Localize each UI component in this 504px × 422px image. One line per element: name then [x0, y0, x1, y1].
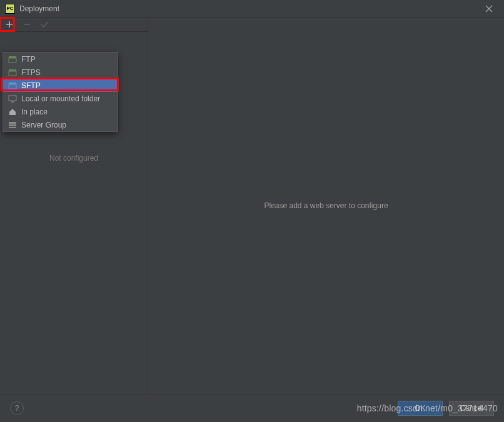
dropdown-item-label: FTPS — [21, 68, 41, 77]
dropdown-item-label: In place — [21, 108, 48, 116]
titlebar: PC Deployment — [0, 0, 504, 18]
remove-button[interactable] — [21, 19, 33, 30]
minus-icon — [23, 20, 31, 29]
content-area: FTP FTPS SFTP Local or mounted folder In… — [0, 18, 504, 394]
footer: ? OK Cancel — [0, 394, 504, 422]
dropdown-item-label: Local or mounted folder — [21, 94, 100, 103]
not-configured-label: Not configured — [0, 154, 148, 163]
cancel-button[interactable]: Cancel — [449, 401, 494, 416]
svg-rect-6 — [9, 96, 16, 101]
server-type-dropdown: FTP FTPS SFTP Local or mounted folder In… — [3, 52, 118, 132]
main-panel: Please add a web server to configure — [148, 18, 504, 394]
dropdown-item-inplace[interactable]: In place — [3, 105, 118, 118]
svg-rect-3 — [9, 69, 16, 71]
dropdown-item-ftps[interactable]: FTPS — [3, 66, 118, 79]
plus-icon — [5, 20, 14, 29]
svg-rect-5 — [9, 83, 16, 84]
dropdown-item-sftp[interactable]: SFTP — [3, 79, 118, 92]
add-button[interactable] — [4, 19, 15, 30]
svg-rect-0 — [9, 58, 16, 63]
check-icon — [40, 20, 49, 29]
close-icon — [485, 5, 493, 13]
ftps-icon — [8, 68, 17, 76]
footer-buttons: OK Cancel — [398, 401, 494, 416]
dropdown-item-label: Server Group — [21, 121, 66, 129]
svg-rect-9 — [9, 127, 16, 128]
dropdown-item-local[interactable]: Local or mounted folder — [3, 92, 118, 105]
svg-rect-4 — [9, 84, 16, 89]
dropdown-item-servergroup[interactable]: Server Group — [3, 118, 118, 131]
sidebar: FTP FTPS SFTP Local or mounted folder In… — [0, 18, 148, 394]
monitor-icon — [8, 94, 17, 103]
sidebar-toolbar — [0, 18, 148, 32]
home-icon — [8, 108, 17, 116]
window-title: Deployment — [19, 4, 59, 13]
help-button[interactable]: ? — [10, 401, 24, 415]
titlebar-left: PC Deployment — [5, 4, 59, 14]
empty-state-message: Please add a web server to configure — [264, 201, 388, 210]
dropdown-item-ftp[interactable]: FTP — [3, 53, 118, 66]
close-button[interactable] — [479, 1, 499, 16]
ftp-icon — [8, 55, 17, 63]
apply-button[interactable] — [39, 19, 50, 30]
server-group-icon — [8, 121, 17, 129]
svg-rect-7 — [9, 122, 16, 124]
dropdown-item-label: SFTP — [21, 81, 41, 90]
app-icon: PC — [5, 4, 15, 14]
svg-rect-1 — [9, 56, 16, 58]
ok-button[interactable]: OK — [398, 401, 443, 416]
svg-rect-8 — [9, 124, 16, 126]
sftp-icon — [8, 81, 17, 89]
svg-rect-2 — [9, 71, 16, 76]
dropdown-item-label: FTP — [21, 55, 36, 64]
